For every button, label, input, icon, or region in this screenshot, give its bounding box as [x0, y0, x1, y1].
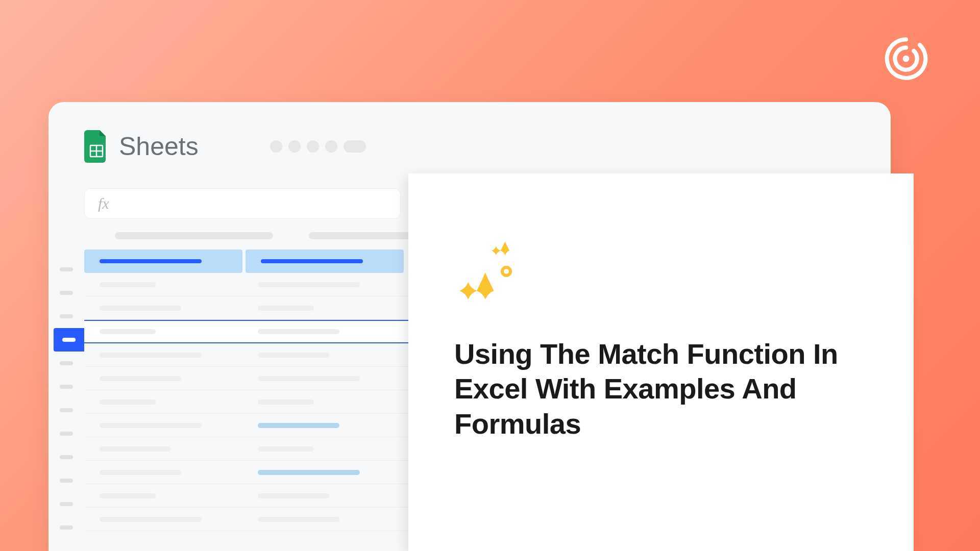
cell[interactable]	[242, 493, 401, 498]
row-number[interactable]	[48, 445, 84, 469]
formula-bar[interactable]: fx	[84, 188, 401, 219]
cell[interactable]	[84, 517, 242, 522]
cell[interactable]	[84, 399, 242, 405]
svg-point-4	[502, 267, 510, 276]
cell[interactable]	[84, 329, 242, 334]
row-number[interactable]	[48, 398, 84, 422]
column-header[interactable]	[115, 232, 273, 239]
toolbar-dot	[307, 140, 319, 153]
row-number[interactable]	[48, 281, 84, 305]
brand-logo	[883, 36, 929, 82]
cell[interactable]	[242, 282, 401, 287]
cell[interactable]	[84, 306, 242, 311]
cell[interactable]	[242, 329, 401, 334]
cell[interactable]	[84, 493, 242, 498]
toolbar-dot	[325, 140, 337, 153]
row-number-selected[interactable]	[54, 328, 84, 352]
cell[interactable]	[242, 353, 401, 358]
cell[interactable]	[242, 306, 401, 311]
article-card: Using The Match Function In Excel With E…	[408, 173, 914, 551]
sparkle-decoration	[454, 240, 521, 301]
header-cell[interactable]	[246, 249, 404, 273]
cell[interactable]	[84, 353, 242, 358]
toolbar-placeholder	[270, 140, 366, 153]
row-number[interactable]	[48, 305, 84, 328]
app-title: Sheets	[119, 132, 199, 161]
cell[interactable]	[242, 470, 401, 475]
cell[interactable]	[242, 517, 401, 522]
cell[interactable]	[84, 376, 242, 381]
row-number[interactable]	[48, 352, 84, 375]
toolbar-pill	[344, 140, 366, 153]
row-number[interactable]	[48, 422, 84, 445]
fx-label: fx	[98, 195, 109, 212]
cell[interactable]	[84, 470, 242, 475]
toolbar-dot	[270, 140, 282, 153]
header-cell[interactable]	[84, 249, 242, 273]
row-number[interactable]	[48, 258, 84, 281]
row-numbers	[48, 258, 84, 539]
cell[interactable]	[242, 376, 401, 381]
toolbar-dot	[288, 140, 301, 153]
row-number[interactable]	[48, 516, 84, 539]
cell[interactable]	[84, 423, 242, 428]
row-number[interactable]	[48, 469, 84, 492]
sparkle-icon	[454, 240, 521, 301]
svg-point-0	[903, 56, 910, 62]
article-title: Using The Match Function In Excel With E…	[454, 337, 868, 441]
cell[interactable]	[242, 423, 401, 428]
sheets-header: Sheets	[48, 130, 891, 163]
row-number[interactable]	[48, 375, 84, 398]
cell[interactable]	[84, 282, 242, 287]
row-number[interactable]	[48, 492, 84, 516]
concentric-c-icon	[883, 36, 929, 82]
cell[interactable]	[242, 399, 401, 405]
cell[interactable]	[242, 446, 401, 452]
cell[interactable]	[84, 446, 242, 452]
google-sheets-icon	[84, 130, 109, 163]
